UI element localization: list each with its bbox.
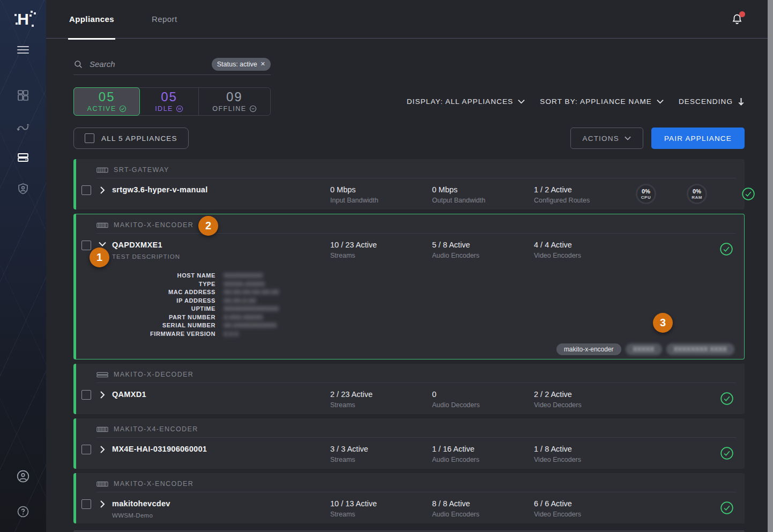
actions-row: ALL 5 APPLIANCES ACTIONS PAIR APPLIANCE bbox=[73, 128, 745, 149]
idle-count: 05 bbox=[161, 91, 177, 103]
scrollbar-thumb[interactable] bbox=[768, 0, 773, 532]
pause-circle-icon bbox=[176, 105, 183, 113]
status-summary: 05 ACTIVE 05 IDLE bbox=[73, 87, 271, 116]
appliance-name[interactable]: QAPDXMXE1 bbox=[112, 241, 330, 249]
sidebar-item-security[interactable] bbox=[12, 180, 34, 197]
appliance-name[interactable]: srtgw3.6-hyper-v-manual bbox=[112, 185, 330, 194]
appliance-checkbox[interactable] bbox=[81, 390, 91, 400]
card-header: SRT-GATEWAY bbox=[96, 159, 736, 178]
ram-label: RAM bbox=[692, 195, 702, 200]
cpu-label: CPU bbox=[641, 195, 651, 200]
chevron-down-icon[interactable] bbox=[98, 242, 107, 246]
filter-chip-status-active[interactable]: Status: active ✕ bbox=[212, 58, 271, 71]
minus-circle-icon bbox=[249, 105, 257, 113]
appliance-card-qamxd1: MAKITO-X-DECODER QAMXD1 2 / 23 Active St… bbox=[73, 364, 745, 414]
sidebar-nav bbox=[12, 87, 34, 197]
account-button[interactable] bbox=[12, 468, 34, 485]
ram-gauge: 0% RAM bbox=[687, 184, 707, 204]
appliance-type-label: MAKITO-X-DECODER bbox=[114, 371, 194, 378]
search-input[interactable] bbox=[90, 59, 212, 69]
name-block: QAPDXMXE1 TEST DESCRIPTION bbox=[112, 241, 330, 260]
appliance-checkbox[interactable] bbox=[81, 445, 91, 454]
rack-icon bbox=[96, 481, 108, 487]
appliance-checkbox[interactable] bbox=[81, 241, 91, 250]
sidebar-item-streams[interactable] bbox=[12, 118, 34, 135]
stat-value: 1 / 16 Active bbox=[432, 445, 534, 453]
right-zone bbox=[720, 390, 734, 406]
help-button[interactable] bbox=[12, 503, 34, 520]
chevron-right-icon[interactable] bbox=[98, 446, 107, 453]
app-window: H bbox=[0, 0, 773, 532]
detail-value-redacted: X.X.X bbox=[224, 330, 239, 339]
card-row: QAMXD1 2 / 23 Active Streams 0 Audio Dec… bbox=[76, 383, 745, 409]
stat-label: Streams bbox=[330, 252, 432, 259]
tag-makito-x-encoder[interactable]: makito-x-encoder bbox=[556, 343, 621, 355]
appliance-type-label: MAKITO-X-ENCODER bbox=[114, 221, 194, 229]
chip-close-icon[interactable]: ✕ bbox=[261, 61, 265, 68]
pair-appliance-label: PAIR APPLIANCE bbox=[664, 134, 732, 143]
appliance-name[interactable]: QAMXD1 bbox=[112, 390, 330, 399]
menu-icon[interactable] bbox=[17, 44, 29, 56]
tab-appliances-label: Appliances bbox=[69, 14, 114, 24]
chevron-right-icon[interactable] bbox=[98, 391, 107, 399]
detail-label: UPTIME bbox=[81, 305, 215, 313]
appliance-checkbox[interactable] bbox=[81, 185, 91, 195]
search-icon bbox=[73, 59, 83, 69]
active-label: ACTIVE bbox=[87, 105, 116, 113]
scrollbar-track[interactable] bbox=[768, 0, 773, 532]
sort-by-dropdown[interactable]: SORT BY: APPLIANCE NAME bbox=[540, 98, 664, 106]
name-block: srtgw3.6-hyper-v-manual bbox=[112, 185, 330, 194]
stat-label: Audio Encoders bbox=[432, 511, 534, 518]
detail-value-redacted: XXXXXXXXXXXXXX bbox=[224, 305, 279, 313]
tag-redacted[interactable]: XXXXX bbox=[626, 343, 662, 355]
appliance-description: WWSM-Demo bbox=[112, 512, 330, 519]
cpu-value: 0% bbox=[642, 189, 650, 194]
appliance-name[interactable]: MX4E-HAI-031906060001 bbox=[112, 445, 330, 453]
shield-user-icon bbox=[17, 182, 29, 195]
stat-value: 5 / 8 Active bbox=[432, 241, 534, 249]
summary-card-idle[interactable]: 05 IDLE bbox=[140, 88, 198, 115]
display-controls: DISPLAY: ALL APPLIANCES SORT BY: APPLIAN… bbox=[407, 98, 745, 106]
stat-input-bandwidth: 0 Mbps Input Bandwidth bbox=[330, 185, 432, 204]
stat-label: Video Decoders bbox=[534, 401, 636, 409]
filter-chip-label: Status: active bbox=[217, 61, 257, 68]
detail-label: TYPE bbox=[81, 280, 215, 289]
tab-appliances[interactable]: Appliances bbox=[68, 0, 115, 39]
appliance-type-label: SRT-GATEWAY bbox=[114, 166, 169, 174]
chevron-down-icon bbox=[518, 99, 525, 104]
appliance-name[interactable]: makitohevcdev bbox=[112, 499, 330, 508]
rack-icon bbox=[96, 222, 108, 228]
tag-label: XXXXX bbox=[633, 346, 655, 353]
detail-value-redacted: XX-XXXXXXXXXXX bbox=[224, 321, 277, 330]
select-all-checkbox[interactable] bbox=[85, 133, 94, 143]
detail-label: PART NUMBER bbox=[81, 313, 215, 322]
stat-label: Input Bandwidth bbox=[330, 197, 432, 204]
sort-direction-toggle[interactable]: DESCENDING bbox=[679, 98, 745, 106]
card-header: MAKITO-X-DECODER bbox=[96, 364, 736, 383]
sidebar-item-dashboard[interactable] bbox=[12, 87, 34, 104]
appliance-card-mx4e: MAKITO-X4-ENCODER MX4E-HAI-031906060001 … bbox=[73, 418, 745, 469]
pair-appliance-button[interactable]: PAIR APPLIANCE bbox=[651, 128, 745, 149]
stat-configured-routes: 1 / 2 Active Configured Routes bbox=[534, 185, 636, 204]
detail-value-redacted: XX.XX.X.XX bbox=[224, 297, 256, 305]
actions-button[interactable]: ACTIONS bbox=[570, 128, 643, 149]
chevron-right-icon[interactable] bbox=[98, 500, 107, 508]
notifications-bell-icon[interactable] bbox=[731, 12, 744, 26]
display-dropdown[interactable]: DISPLAY: ALL APPLIANCES bbox=[407, 98, 525, 106]
tag-redacted[interactable]: XXXXXXXX XXXX bbox=[666, 343, 734, 355]
stat-value: 2 / 2 Active bbox=[534, 390, 636, 399]
select-all-appliances[interactable]: ALL 5 APPLIANCES bbox=[73, 128, 189, 149]
detail-value-redacted: XXXXX-XXXXX bbox=[224, 280, 265, 289]
annotation-badge-3: 3 bbox=[653, 313, 673, 333]
tab-report-label: Report bbox=[152, 14, 177, 24]
tab-report[interactable]: Report bbox=[151, 0, 178, 39]
chevron-right-icon[interactable] bbox=[98, 186, 107, 194]
appliance-card-makitohevcdev: MAKITO-X-ENCODER makitohevcdev WWSM-Demo… bbox=[73, 473, 745, 523]
tag-label: XXXXXXXX XXXX bbox=[674, 346, 727, 353]
appliance-checkbox[interactable] bbox=[81, 499, 91, 509]
summary-card-active[interactable]: 05 ACTIVE bbox=[73, 87, 140, 116]
status-ok-icon bbox=[719, 242, 733, 256]
summary-card-offline[interactable]: 09 OFFLINE bbox=[199, 88, 270, 115]
rack-icon bbox=[96, 426, 108, 432]
sidebar-item-appliances[interactable] bbox=[12, 149, 34, 166]
